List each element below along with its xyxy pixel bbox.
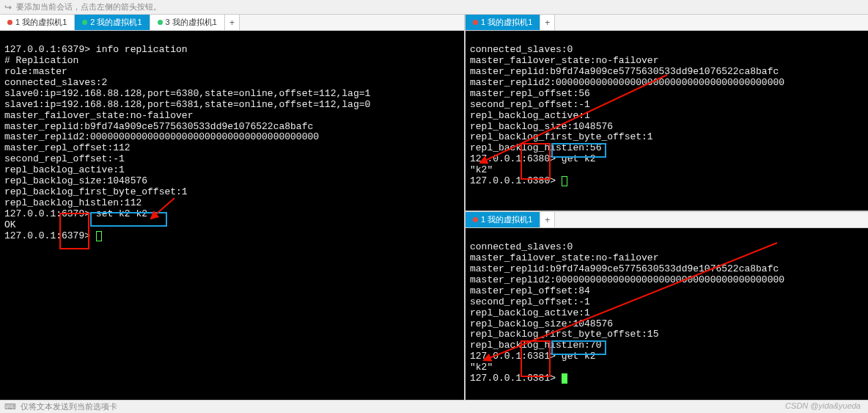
output-line: role:master — [4, 66, 67, 77]
output-line: slave1:ip=192.168.88.128,port=6381,state… — [4, 99, 370, 110]
tab-label: 1 我的虚拟机1 — [481, 214, 532, 225]
add-tab-button[interactable]: + — [540, 15, 555, 30]
prompt: 127.0.0.1:6379> — [4, 230, 96, 241]
right-bottom-pane: 1 我的虚拟机1 + connected_slaves:0 master_fai… — [466, 212, 868, 413]
tab-vm3-left[interactable]: 3 我的虚拟机1 — [150, 15, 225, 30]
status-dot-icon — [7, 20, 12, 25]
add-tab-button[interactable]: + — [225, 15, 240, 30]
command: get k2 — [562, 351, 596, 362]
output-line: master_failover_state:no-failover — [470, 55, 658, 66]
output-line: connected_slaves:2 — [4, 77, 107, 88]
command: set k2 k2 — [96, 208, 147, 219]
command: get k2 — [562, 153, 596, 164]
status-dot-icon — [473, 217, 478, 222]
tab-label: 3 我的虚拟机1 — [166, 17, 217, 28]
right-top-pane: 1 我的虚拟机1 + connected_slaves:0 master_fai… — [466, 15, 868, 212]
output-line: slave0:ip=192.168.88.128,port=6380,state… — [4, 88, 370, 99]
output-line: master_replid2:0000000000000000000000000… — [470, 77, 784, 88]
right-pane: 1 我的虚拟机1 + connected_slaves:0 master_fai… — [466, 15, 868, 400]
output-line: repl_backlog_active:1 — [4, 164, 125, 175]
output-line: second_repl_offset:-1 — [4, 153, 125, 164]
output-line: repl_backlog_size:1048576 — [470, 121, 613, 132]
output-line: master_repl_offset:56 — [470, 88, 590, 99]
status-dot-icon — [158, 20, 163, 25]
right-top-tab-bar: 1 我的虚拟机1 + — [466, 15, 868, 31]
keyboard-icon: ⌨ — [4, 402, 16, 412]
status-dot-icon — [82, 20, 87, 25]
output-line: OK — [4, 219, 16, 230]
output-line: repl_backlog_active:1 — [470, 110, 590, 121]
output-line: master_replid2:0000000000000000000000000… — [470, 274, 784, 285]
add-tab-button[interactable]: + — [540, 212, 555, 227]
tab-label: 1 我的虚拟机1 — [15, 17, 67, 28]
output-line: repl_backlog_histlen:56 — [470, 142, 601, 153]
output-line: second_repl_offset:-1 — [470, 99, 590, 110]
output-line: connected_slaves:0 — [470, 44, 573, 55]
output-line: repl_backlog_first_byte_offset:1 — [470, 131, 653, 142]
prompt: 127.0.0.1:6381> — [470, 373, 562, 384]
cursor-icon — [562, 176, 567, 186]
status-dot-icon — [473, 20, 478, 25]
watermark-text: CSDN @yida&yueda — [785, 401, 861, 410]
tab-vm1-righttop[interactable]: 1 我的虚拟机1 — [466, 15, 540, 30]
prompt: 127.0.0.1:6379> — [4, 208, 96, 219]
output-line: repl_backlog_first_byte_offset:15 — [470, 329, 658, 340]
right-bottom-tab-bar: 1 我的虚拟机1 + — [466, 212, 868, 228]
output-line: master_replid:b9fd74a909ce5775630533dd9e… — [470, 263, 779, 274]
output-line: second_repl_offset:-1 — [470, 296, 590, 307]
left-pane: 1 我的虚拟机1 2 我的虚拟机1 3 我的虚拟机1 + 127.0.0.1:6… — [0, 15, 466, 400]
top-hint-text: 要添加当前会话，点击左侧的箭头按钮。 — [16, 1, 161, 12]
terminal-right-bottom[interactable]: connected_slaves:0 master_failover_state… — [466, 228, 868, 413]
output-line: "k2" — [470, 164, 493, 175]
output-line: repl_backlog_size:1048576 — [4, 175, 147, 186]
main-container: 1 我的虚拟机1 2 我的虚拟机1 3 我的虚拟机1 + 127.0.0.1:6… — [0, 15, 868, 400]
top-hint-bar: ↪ 要添加当前会话，点击左侧的箭头按钮。 — [0, 0, 868, 15]
output-line: "k2" — [470, 362, 493, 373]
command: info replication — [96, 44, 188, 55]
output-line: master_repl_offset:84 — [470, 285, 590, 296]
output-line: repl_backlog_histlen:70 — [470, 340, 601, 351]
annotation-arrow-icon — [147, 197, 176, 226]
prompt: 127.0.0.1:6379> — [4, 44, 96, 55]
output-line: # Replication — [4, 55, 78, 66]
output-line: master_replid2:0000000000000000000000000… — [4, 131, 319, 142]
terminal-left[interactable]: 127.0.0.1:6379> info replication # Repli… — [0, 31, 464, 400]
left-tab-bar: 1 我的虚拟机1 2 我的虚拟机1 3 我的虚拟机1 + — [0, 15, 464, 31]
tab-label: 2 我的虚拟机1 — [90, 17, 141, 28]
prompt: 127.0.0.1:6380> — [470, 175, 562, 186]
tab-vm2-left[interactable]: 2 我的虚拟机1 — [75, 15, 150, 30]
prompt: 127.0.0.1:6380> — [470, 153, 562, 164]
output-line: repl_backlog_active:1 — [470, 307, 590, 318]
tab-vm1-left[interactable]: 1 我的虚拟机1 — [0, 15, 75, 30]
output-line: repl_backlog_size:1048576 — [470, 318, 613, 329]
tab-vm1-rightbottom[interactable]: 1 我的虚拟机1 — [466, 212, 540, 227]
cursor-icon — [562, 373, 567, 384]
arrow-icon: ↪ — [4, 2, 12, 12]
output-line: master_failover_state:no-failover — [4, 110, 193, 121]
tab-label: 1 我的虚拟机1 — [481, 17, 532, 28]
bottom-hint-text: 仅将文本发送到当前选项卡 — [21, 401, 117, 412]
output-line: master_replid:b9fd74a909ce5775630533dd9e… — [4, 121, 313, 132]
bottom-hint-bar: ⌨ 仅将文本发送到当前选项卡 — [0, 400, 868, 413]
output-line: master_failover_state:no-failover — [470, 252, 658, 263]
prompt: 127.0.0.1:6381> — [470, 351, 562, 362]
output-line: repl_backlog_histlen:112 — [4, 197, 141, 208]
svg-line-0 — [151, 198, 174, 219]
output-line: master_repl_offset:112 — [4, 142, 130, 153]
output-line: repl_backlog_first_byte_offset:1 — [4, 186, 188, 197]
output-line: connected_slaves:0 — [470, 241, 573, 252]
terminal-right-top[interactable]: connected_slaves:0 master_failover_state… — [466, 31, 868, 211]
cursor-icon — [96, 231, 102, 241]
output-line: master_replid:b9fd74a909ce5775630533dd9e… — [470, 66, 779, 77]
